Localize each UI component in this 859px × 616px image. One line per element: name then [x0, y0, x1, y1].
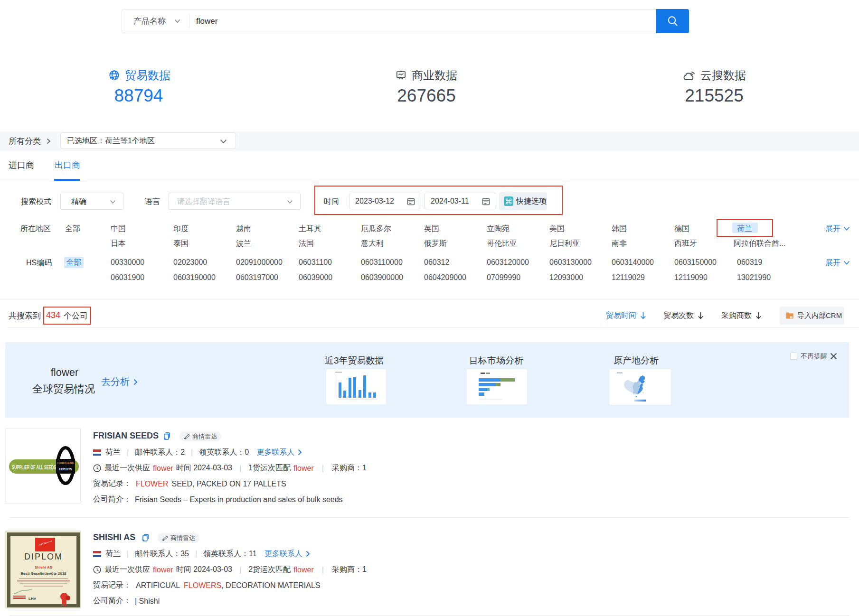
svg-text:SUPPLIER OF ALL SEEDS: SUPPLIER OF ALL SEEDS: [12, 464, 56, 471]
svg-text:EXPERTS: EXPERTS: [59, 467, 72, 471]
svg-text:FLOWER BLIND: FLOWER BLIND: [57, 461, 74, 465]
